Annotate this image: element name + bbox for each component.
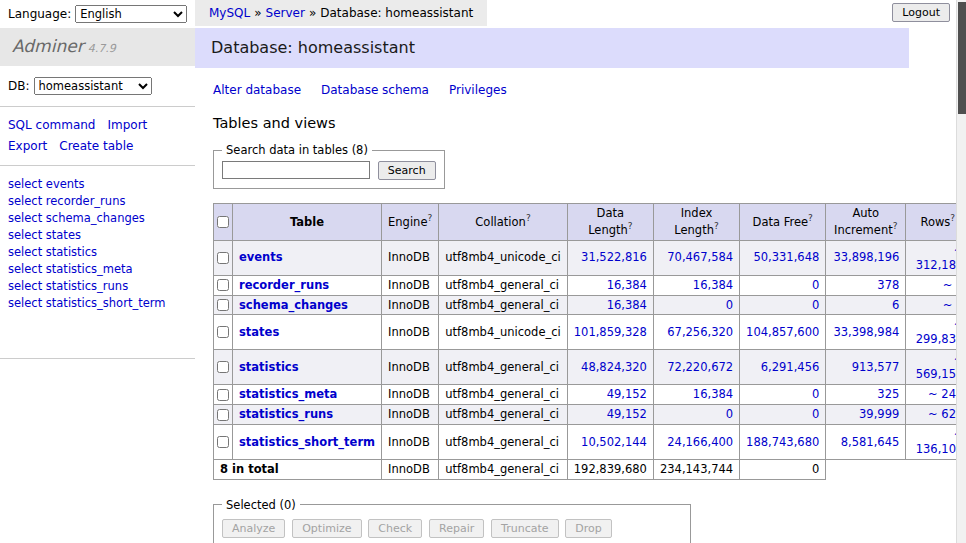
table-name-link[interactable]: events [239,250,283,264]
help-link[interactable]: ? [808,213,813,223]
data-length-link[interactable]: 16,384 [607,278,647,292]
auto-increment-link[interactable]: 6 [892,298,899,312]
language-select[interactable]: English [75,5,187,23]
index-length-link[interactable]: 70,467,584 [667,250,733,264]
alter-database-link[interactable]: Alter database [213,83,301,97]
sidebar-item-select-recorder-runs[interactable]: select recorder_runs [8,192,187,209]
sidebar-item-select-statistics-runs[interactable]: select statistics_runs [8,277,187,294]
auto-increment-link[interactable]: 913,577 [852,360,900,374]
table-name-link[interactable]: schema_changes [239,298,348,312]
data-free-link[interactable]: 6,291,456 [761,360,820,374]
top-bar: Language:English MySQL»Server»Database: … [0,0,966,28]
data-free-link[interactable]: 50,331,648 [753,250,819,264]
search-input[interactable] [222,161,370,179]
language-form: Language:English [8,5,187,23]
data-length-link[interactable]: 10,502,144 [581,435,647,449]
table-name-link[interactable]: recorder_runs [239,278,329,292]
table-name-link[interactable]: states [239,325,279,339]
data-length-link[interactable]: 101,859,328 [574,325,647,339]
index-length-link[interactable]: 72,220,672 [667,360,733,374]
auto-increment-link[interactable]: 39,999 [859,407,899,421]
optimize-button[interactable]: Optimize [292,519,361,538]
data-free-link[interactable]: 0 [812,278,819,292]
scrollbar-thumb[interactable] [958,2,966,114]
data-free-link[interactable]: 0 [812,298,819,312]
breadcrumb-separator: » [309,6,316,20]
help-link[interactable]: ? [526,213,531,223]
table-name-link[interactable]: statistics_meta [239,387,337,401]
help-link[interactable]: ? [628,221,633,231]
data-free-link[interactable]: 0 [812,407,819,421]
truncate-button[interactable]: Truncate [491,519,558,538]
sidebar-item-sql-command[interactable]: SQL command [8,118,95,132]
row-checkbox[interactable] [217,389,229,401]
drop-button[interactable]: Drop [565,519,611,538]
index-length-link[interactable]: 16,384 [693,278,733,292]
row-checkbox[interactable] [217,361,229,373]
sidebar-item-select-schema-changes[interactable]: select schema_changes [8,209,187,226]
table-name-link[interactable]: statistics [239,360,299,374]
data-free-cell: 6,291,456 [740,350,826,385]
data-length-link[interactable]: 49,152 [607,387,647,401]
data-length-link[interactable]: 48,824,320 [581,360,647,374]
data-free-link[interactable]: 188,743,680 [746,435,819,449]
index-length-link[interactable]: 24,166,400 [667,435,733,449]
sidebar-item-select-states[interactable]: select states [8,226,187,243]
table-name-link[interactable]: statistics_short_term [239,435,375,449]
analyze-button[interactable]: Analyze [222,519,285,538]
logout-button[interactable]: Logout [892,3,950,22]
data-free-link[interactable]: 0 [812,387,819,401]
repair-button[interactable]: Repair [429,519,484,538]
table-row: events InnoDB utf8mb4_unicode_ci 31,522,… [214,240,966,275]
sidebar-item-create-table[interactable]: Create table [59,139,133,153]
db-select[interactable]: homeassistant [34,77,152,95]
tables-table: Table Engine? Collation? Data Length? In… [213,203,966,480]
column-header-data-free: Data Free? [740,204,826,241]
table-name-cell: recorder_runs [233,275,382,295]
index-length-link[interactable]: 16,384 [693,387,733,401]
select-all-checkbox[interactable] [217,216,229,228]
database-schema-link[interactable]: Database schema [321,83,429,97]
row-checkbox[interactable] [217,279,229,291]
total-data-length: 192,839,680 [567,459,653,479]
selected-legend: Selected (0) [222,498,300,512]
index-length-link[interactable]: 67,256,320 [667,325,733,339]
sidebar-item-select-statistics[interactable]: select statistics [8,243,187,260]
help-link[interactable]: ? [714,221,719,231]
sidebar-item-select-statistics-short-term[interactable]: select statistics_short_term [8,294,187,311]
auto-increment-link[interactable]: 33,398,984 [833,325,899,339]
index-length-link[interactable]: 0 [726,298,733,312]
data-length-link[interactable]: 49,152 [607,407,647,421]
row-checkbox[interactable] [217,252,229,264]
row-checkbox[interactable] [217,409,229,421]
row-select-cell [214,295,233,315]
data-free-link[interactable]: 104,857,600 [746,325,819,339]
row-checkbox[interactable] [217,299,229,311]
scrollbar[interactable] [956,0,966,543]
table-name-link[interactable]: statistics_runs [239,407,333,421]
check-button[interactable]: Check [368,519,422,538]
auto-increment-cell: 39,999 [826,405,906,425]
privileges-link[interactable]: Privileges [449,83,507,97]
index-length-link[interactable]: 0 [726,407,733,421]
sidebar-item-select-events[interactable]: select events [8,175,187,192]
sidebar-item-select-statistics-meta[interactable]: select statistics_meta [8,260,187,277]
column-header-index-length: Index Length? [653,204,739,241]
row-checkbox[interactable] [217,436,229,448]
sidebar-item-export[interactable]: Export [8,139,47,153]
row-checkbox[interactable] [217,326,229,338]
breadcrumb-server-link[interactable]: Server [266,6,305,20]
auto-increment-link[interactable]: 378 [877,278,899,292]
search-button[interactable]: Search [378,161,436,180]
sidebar-item-import[interactable]: Import [107,118,147,132]
help-link[interactable]: ? [950,213,955,223]
help-link[interactable]: ? [893,221,898,231]
auto-increment-link[interactable]: 325 [877,387,899,401]
breadcrumb-mysql-link[interactable]: MySQL [209,6,250,20]
data-length-link[interactable]: 16,384 [607,298,647,312]
help-link[interactable]: ? [427,213,432,223]
auto-increment-link[interactable]: 33,898,196 [833,250,899,264]
auto-increment-link[interactable]: 8,581,645 [841,435,900,449]
data-length-link[interactable]: 31,522,816 [581,250,647,264]
total-index-length: 234,143,744 [653,459,739,479]
